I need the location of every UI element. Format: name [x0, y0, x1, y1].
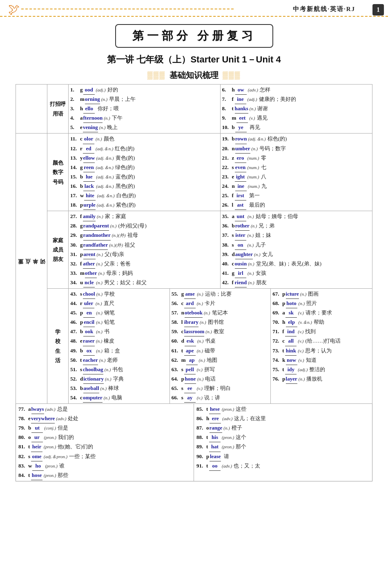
list-item: 19.brown(adj.＆n.)棕色(的) [222, 134, 371, 144]
list-item: 4.afternoon(n.)下午 [70, 114, 219, 123]
section-header: ▒▒▒ 基础知识梳理 ▒▒▒ [0, 70, 388, 81]
bottom-right: 85.these(pron.)这些 86.here(adv.)这儿；在这里 87… [194, 404, 372, 481]
table-row-colors: 重点单词 颜色数字号码 11.color(n.)颜色 12.red(adj.＆n… [16, 134, 372, 211]
list-item: 53.baseball(n.)棒球 [70, 384, 168, 393]
list-item: 81.their(pron.)他(她、它)们的 [18, 442, 191, 452]
list-item: 77.always(adv.)总是 [18, 405, 191, 414]
list-item: 80.our(pron.)我们的 [18, 433, 191, 442]
list-item: 68.photo(n.)照片 [272, 299, 370, 308]
list-item: 8.thanks(n.)谢谢 [222, 104, 371, 114]
list-item: 34.uncle(n.)男父；姑父；叔父 [70, 278, 219, 287]
list-item: 85.these(pron.)这些 [196, 405, 370, 414]
bottom-left: 77.always(adv.)总是 78.everywhere(adv.)处处 … [16, 404, 194, 481]
top-bar: 🕊 中考新航线·英语·RJ [0, 0, 388, 17]
chapter-title: 第一讲 七年级（上）Starter Unit 1－Unit 4 [0, 53, 388, 66]
list-item: 66.say(v.)说；讲 [172, 393, 269, 403]
list-item: 35.aunt(n.)姑母；姨母；伯母 [222, 212, 371, 221]
list-item: 2.morning(n.)早晨；上午 [70, 95, 219, 104]
list-item: 90.please请 [196, 452, 370, 461]
list-item: 23.eight(num.)八 [222, 172, 371, 182]
table-row-family: 家庭成员朋友 27.family(n.)家；家庭 28.grandparent(… [16, 211, 372, 289]
title-box-inner: 第一部分 分册复习 [115, 24, 273, 48]
list-item: 18.purple(adj.＆n.)紫色(的) [70, 200, 219, 210]
list-item: 24.nine(num.)九 [222, 182, 371, 191]
list-item: 20.number(n.)号码；数字 [222, 144, 371, 154]
list-item: 16.black(adj.＆n.)黑色(的) [70, 182, 219, 191]
list-item: 36.brother(n.)兄；弟 [222, 221, 371, 231]
list-item: 75.tidy(adj.)整洁的 [272, 365, 370, 374]
list-item: 63.spell(v.)拼写 [172, 365, 269, 374]
list-item: 3.hello你好；喂 [70, 104, 219, 114]
list-item: 22.seven(num.)七 [222, 163, 371, 172]
list-item: 10.bye再见 [222, 123, 371, 132]
list-item: 7.fine(adj.)健康的；美好的 [222, 95, 371, 104]
table-row-school: 学校生活 43.school(n.)学校 44.ruler(n.)直尺 45.p… [16, 288, 372, 403]
list-item: 44.ruler(n.)直尺 [70, 299, 168, 308]
bottom-double-col: 77.always(adv.)总是 78.everywhere(adv.)处处 … [16, 404, 372, 481]
title-box: 第一部分 分册复习 [0, 24, 388, 48]
list-item: 17.white(adj.＆n.)白色(的) [70, 191, 219, 200]
list-item: 32.father(n.)父亲；爸爸 [70, 259, 219, 269]
logo: 🕊 [8, 2, 234, 16]
list-item: 47.book(n.)书 [70, 327, 168, 336]
list-item: 62.map(n.)地图 [172, 356, 269, 365]
list-item: 49.box(n.)箱；盒 [70, 346, 168, 356]
list-item: 26.last最后的 [222, 200, 371, 210]
list-item: 30.grandfather(n.)(外)祖父 [70, 241, 219, 250]
school-col3: 67.picture(n.)图画 68.photo(n.)照片 69.ask(v… [271, 289, 372, 403]
list-item: 64.phone(n.)电话 [172, 374, 269, 384]
list-item: 89.that(pron.)那个 [196, 442, 370, 452]
list-item: 65.see(v.)理解；明白 [172, 384, 269, 393]
list-item: 31.parent(n.)父(母)亲 [70, 250, 219, 259]
list-item: 84.those(pron.)那些 [18, 471, 191, 480]
list-item: 13.yellow(adj.＆n.)黄色(的) [70, 154, 219, 163]
list-item: 14.green(adj.＆n.)绿色(的) [70, 163, 219, 172]
list-item: 42.friend(n.)朋友 [222, 278, 371, 287]
school-col2: 55.game(n.)运动；比赛 56.card(n.)卡片 57.notebo… [170, 289, 271, 403]
list-item: 15.blue(adj.＆n.)蓝色(的) [70, 172, 219, 182]
list-item: 48.eraser(n.)橡皮 [70, 336, 168, 346]
list-item: 6.how(adv.)怎样 [222, 85, 371, 95]
colors-double-col: 11.color(n.)颜色 12.red(adj.＆n.)红色(的) 13.y… [69, 134, 372, 211]
list-item: 40.cousin(n.)堂兄(弟、妹)；表兄(弟、妹) [222, 259, 371, 269]
list-item: 57.notebook(n.)笔记本 [172, 308, 269, 318]
section-label: 基础知识梳理 [169, 70, 219, 81]
list-item: 11.color(n.)颜色 [70, 134, 219, 144]
list-item: 56.card(n.)卡片 [172, 299, 269, 308]
list-item: 54.computer(n.)电脑 [70, 393, 168, 403]
list-item: 21.zero(num.)零 [222, 154, 371, 163]
category-school: 学校生活 [47, 288, 69, 403]
side-label-zhongdian: 重点单词 [16, 134, 47, 404]
list-item: 27.family(n.)家；家庭 [70, 212, 219, 221]
school-content: 43.school(n.)学校 44.ruler(n.)直尺 45.pen(n.… [69, 288, 372, 403]
colors-right: 19.brown(adj.＆n.)棕色(的) 20.number(n.)号码；数… [221, 134, 372, 211]
category-colors: 颜色数字号码 [47, 134, 69, 211]
school-col1: 43.school(n.)学校 44.ruler(n.)直尺 45.pen(n.… [69, 289, 170, 403]
colors-content: 11.color(n.)颜色 12.red(adj.＆n.)红色(的) 13.y… [69, 134, 372, 211]
list-item: 91.too(adv.)也；又；太 [196, 461, 370, 471]
list-item: 46.pencil(n.)铅笔 [70, 318, 168, 327]
deco-right: ▒▒▒ [223, 71, 241, 80]
school-three-col: 43.school(n.)学校 44.ruler(n.)直尺 45.pen(n.… [69, 289, 372, 403]
list-item: 67.picture(n.)图画 [272, 290, 370, 299]
family-left: 27.family(n.)家；家庭 28.grandparent(n.)(外)祖… [69, 211, 221, 288]
list-item: 74.know(v.)知道 [272, 356, 370, 365]
list-item: 43.school(n.)学校 [70, 290, 168, 299]
list-item: 86.here(adv.)这儿；在这里 [196, 414, 370, 423]
list-item: 9.meet(v.)遇见 [222, 114, 371, 123]
greetings-right: 6.how(adv.)怎样 7.fine(adj.)健康的；美好的 8.than… [221, 85, 372, 133]
list-item: 39.daughter(n.)女儿 [222, 250, 371, 259]
list-item: 78.everywhere(adv.)处处 [18, 414, 191, 423]
list-item: 25.first第一 [222, 191, 371, 200]
list-item: 37.sister(n.)姐；妹 [222, 231, 371, 240]
list-item: 88.this(pron.)这个 [196, 433, 370, 442]
table-row-greetings: 打招呼用语 1.good(adj.)好的 2.morning(n.)早晨；上午 … [16, 85, 372, 134]
list-item: 79.but(conj.)但是 [18, 423, 191, 433]
list-item: 83.who(pron.)谁 [18, 461, 191, 471]
list-item: 59.classroom(n.)教室 [172, 327, 269, 336]
list-item: 55.game(n.)运动；比赛 [172, 290, 269, 299]
vocab-table: 打招呼用语 1.good(adj.)好的 2.morning(n.)早晨；上午 … [16, 84, 372, 481]
list-item: 72.call(v.)(给……)打电话 [272, 336, 370, 346]
page-number: 1 [372, 4, 384, 16]
list-item: 76.player(n.)播放机 [272, 374, 370, 384]
